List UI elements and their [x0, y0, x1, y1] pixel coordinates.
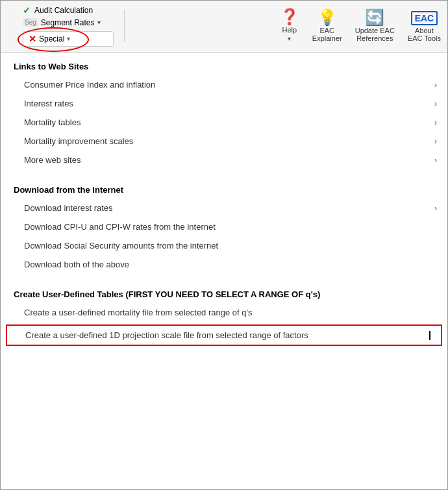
about-eac-button[interactable]: EAC AboutEAC Tools	[408, 11, 441, 42]
menu-item-more-web[interactable]: More web sites ›	[1, 151, 447, 169]
menu-item-download-cpi[interactable]: Download CPI-U and CPI-W rates from the …	[1, 217, 447, 236]
menu-item-mortality-label: Mortality tables	[24, 117, 81, 127]
mortality-chevron: ›	[434, 118, 437, 127]
audit-calculation-label: Audit Calculation	[34, 6, 93, 15]
menu-item-download-social[interactable]: Download Social Security amounts from th…	[1, 236, 447, 255]
menu-item-cpi-label: Consumer Price Index and inflation	[24, 80, 155, 90]
download-interest-chevron: ›	[434, 204, 437, 213]
x-icon: ✕	[29, 34, 36, 44]
ribbon: ✓ Audit Calculation Seg Segment Rates ▾ …	[1, 1, 447, 53]
help-button[interactable]: ❓ Help ▾	[280, 9, 299, 42]
update-eac-button[interactable]: 🔄 Update EACReferences	[355, 10, 395, 42]
cpi-chevron: ›	[434, 80, 437, 90]
menu-item-mortality-improvement[interactable]: Mortality improvement scales ›	[1, 132, 447, 151]
interest-chevron: ›	[434, 99, 437, 108]
special-arrow: ▾	[67, 35, 70, 42]
update-icon: 🔄	[365, 10, 384, 25]
about-eac-label: AboutEAC Tools	[408, 27, 441, 42]
menu-item-cpi[interactable]: Consumer Price Index and inflation ›	[1, 75, 447, 94]
menu-item-download-social-label: Download Social Security amounts from th…	[24, 241, 218, 251]
help-icon: ❓	[280, 9, 299, 25]
mortality-improvement-chevron: ›	[434, 137, 437, 146]
menu-item-download-both[interactable]: Download both of the above	[1, 255, 447, 274]
divider-2	[1, 274, 447, 280]
menu-item-mortality[interactable]: Mortality tables ›	[1, 113, 447, 132]
more-web-chevron: ›	[434, 156, 437, 165]
update-eac-label: Update EACReferences	[355, 27, 395, 42]
eac-explainer-button[interactable]: 💡 EACExplainer	[312, 10, 342, 42]
audit-calculation-item[interactable]: ✓ Audit Calculation	[23, 5, 114, 16]
special-label: Special	[39, 34, 64, 43]
menu-item-create-projection[interactable]: Create a user-defined 1D projection scal…	[6, 325, 442, 346]
section-download-header: Download from the internet	[1, 176, 447, 199]
section-links-header: Links to Web Sites	[1, 53, 447, 75]
menu-item-mortality-improvement-label: Mortality improvement scales	[24, 136, 133, 146]
segment-rates-item[interactable]: Seg Segment Rates ▾	[23, 18, 114, 27]
help-arrow: ▾	[288, 35, 291, 42]
menu-item-create-projection-label: Create a user-defined 1D projection scal…	[25, 330, 308, 340]
ribbon-left: ✓ Audit Calculation Seg Segment Rates ▾ …	[23, 5, 114, 47]
eac-box: EAC	[411, 11, 438, 25]
menu-item-download-cpi-label: Download CPI-U and CPI-W rates from the …	[24, 222, 216, 232]
menu-item-interest-label: Interest rates	[24, 99, 73, 108]
section-create-header: Create User-Defined Tables (FIRST YOU NE…	[1, 280, 447, 303]
segment-rates-label: Segment Rates	[41, 18, 95, 27]
lightbulb-icon: 💡	[317, 10, 337, 25]
menu-item-download-interest-label: Download interest rates	[24, 203, 113, 213]
cursor-indicator	[429, 331, 430, 340]
menu-item-create-mortality-label: Create a user-defined mortality file fro…	[24, 308, 252, 317]
menu-item-download-both-label: Download both of the above	[24, 260, 129, 269]
eac-explainer-label: EACExplainer	[312, 27, 342, 42]
check-icon: ✓	[23, 5, 31, 16]
help-label: Help	[282, 26, 297, 34]
seg-icon: Seg	[23, 18, 38, 27]
menu-item-more-web-label: More web sites	[24, 155, 81, 165]
menu-item-create-mortality[interactable]: Create a user-defined mortality file fro…	[1, 303, 447, 322]
menu-item-interest[interactable]: Interest rates ›	[1, 94, 447, 113]
menu-content: Links to Web Sites Consumer Price Index …	[1, 53, 447, 489]
main-window: ✓ Audit Calculation Seg Segment Rates ▾ …	[0, 0, 448, 490]
special-button[interactable]: ✕ Special ▾	[23, 31, 114, 47]
ribbon-divider	[124, 10, 125, 42]
ribbon-right: ❓ Help ▾ 💡 EACExplainer 🔄 Update EACRefe…	[280, 9, 441, 42]
segment-rates-arrow: ▾	[97, 19, 101, 26]
menu-item-download-interest[interactable]: Download interest rates ›	[1, 199, 447, 217]
divider-1	[1, 169, 447, 176]
